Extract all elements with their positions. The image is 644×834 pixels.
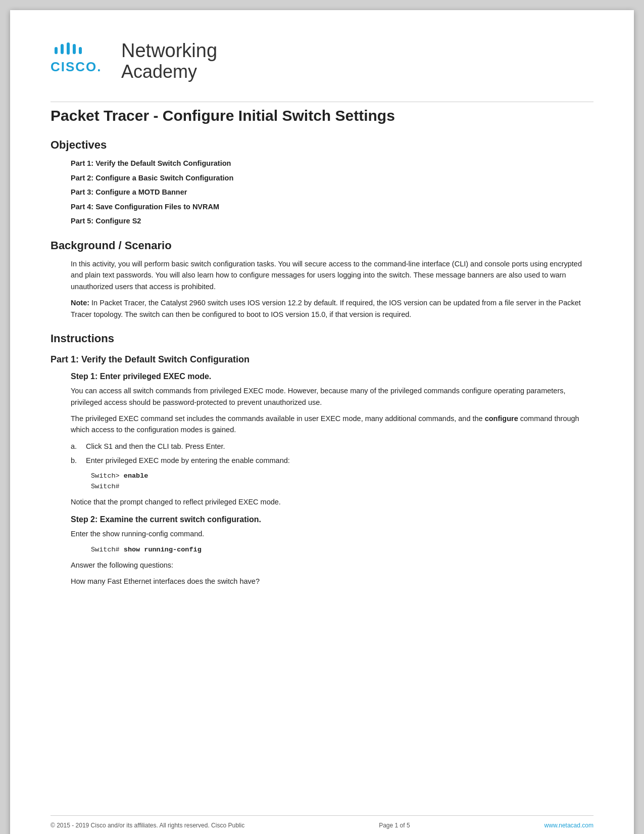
step2-intro: Enter the show running-config command. bbox=[71, 528, 593, 539]
step1-notice: Notice that the prompt changed to reflec… bbox=[71, 496, 593, 507]
main-title: Packet Tracer - Configure Initial Switch… bbox=[51, 102, 593, 124]
step1-list-b: b. Enter privileged EXEC mode by enterin… bbox=[71, 455, 593, 466]
svg-text:CISCO.: CISCO. bbox=[51, 59, 102, 74]
step1-list-a: a. Click S1 and then the CLI tab. Press … bbox=[71, 441, 593, 452]
page-footer: © 2015 - 2019 Cisco and/or its affiliate… bbox=[51, 815, 593, 829]
objectives-heading: Objectives bbox=[51, 138, 593, 152]
list-b-text: Enter privileged EXEC mode by entering t… bbox=[86, 455, 290, 466]
cisco-logo-svg: CISCO. bbox=[51, 41, 111, 81]
logo-academy-text: Academy bbox=[121, 62, 197, 82]
background-para1: In this activity, you will perform basic… bbox=[71, 258, 593, 292]
step1-para2-prefix: The privileged EXEC command set includes… bbox=[71, 414, 485, 423]
step2-question1: How many Fast Ethernet interfaces does t… bbox=[71, 576, 593, 587]
code-enable-prefix: Switch> bbox=[91, 472, 124, 480]
svg-rect-1 bbox=[61, 44, 64, 54]
document-page: CISCO. Networking Academy Packet Tracer … bbox=[10, 10, 634, 834]
objective-part2: Part 2: Configure a Basic Switch Configu… bbox=[71, 172, 593, 183]
code-enable: Switch> enable Switch# bbox=[91, 471, 593, 492]
instructions-heading: Instructions bbox=[51, 332, 593, 345]
footer-website: www.netacad.com bbox=[544, 822, 593, 829]
objective-part5-text: Part 5: Configure S2 bbox=[71, 215, 141, 226]
note-text: In Packet Tracer, the Catalyst 2960 swit… bbox=[71, 299, 581, 318]
svg-rect-0 bbox=[55, 47, 58, 54]
footer-page: Page 1 of 5 bbox=[379, 822, 410, 829]
svg-rect-2 bbox=[67, 42, 70, 55]
step2-heading: Step 2: Examine the current switch confi… bbox=[71, 515, 593, 524]
footer-copyright: © 2015 - 2019 Cisco and/or its affiliate… bbox=[51, 822, 244, 829]
objective-part3: Part 3: Configure a MOTD Banner bbox=[71, 187, 593, 198]
step1-heading: Step 1: Enter privileged EXEC mode. bbox=[71, 372, 593, 381]
code-enable-bold: enable bbox=[124, 472, 148, 480]
list-b-label: b. bbox=[71, 455, 80, 466]
code-show-running: Switch# show running-config bbox=[91, 544, 593, 555]
objective-part2-text: Part 2: Configure a Basic Switch Configu… bbox=[71, 172, 233, 183]
part1-heading: Part 1: Verify the Default Switch Config… bbox=[51, 354, 593, 365]
step1-para2: The privileged EXEC command set includes… bbox=[71, 413, 593, 436]
step1-para1: You can access all switch commands from … bbox=[71, 385, 593, 408]
logo-networking-text: Networking bbox=[121, 40, 217, 62]
background-heading: Background / Scenario bbox=[51, 239, 593, 252]
objective-part4: Part 4: Save Configuration Files to NVRA… bbox=[71, 201, 593, 212]
background-note: Note: In Packet Tracer, the Catalyst 296… bbox=[71, 297, 593, 320]
note-label: Note: bbox=[71, 299, 89, 307]
objective-part4-text: Part 4: Save Configuration Files to NVRA… bbox=[71, 201, 219, 212]
svg-rect-3 bbox=[73, 44, 76, 54]
objective-part3-text: Part 3: Configure a MOTD Banner bbox=[71, 187, 187, 198]
code-show-bold: show running-config bbox=[124, 546, 202, 553]
step2-question-intro: Answer the following questions: bbox=[71, 560, 593, 571]
objective-part1-text: Part 1: Verify the Default Switch Config… bbox=[71, 158, 231, 169]
list-a-text: Click S1 and then the CLI tab. Press Ent… bbox=[86, 441, 225, 452]
logo-cisco-line: Academy bbox=[121, 62, 217, 82]
logo-text: Networking Academy bbox=[121, 40, 217, 81]
step1-para2-bold: configure bbox=[485, 414, 518, 423]
objective-part1: Part 1: Verify the Default Switch Config… bbox=[71, 158, 593, 169]
svg-rect-4 bbox=[79, 47, 82, 54]
code-prompt: Switch# bbox=[91, 483, 120, 490]
list-a-label: a. bbox=[71, 441, 80, 452]
objective-part5: Part 5: Configure S2 bbox=[71, 215, 593, 226]
code-show-prefix: Switch# bbox=[91, 546, 124, 553]
header-logo: CISCO. Networking Academy bbox=[51, 40, 593, 81]
